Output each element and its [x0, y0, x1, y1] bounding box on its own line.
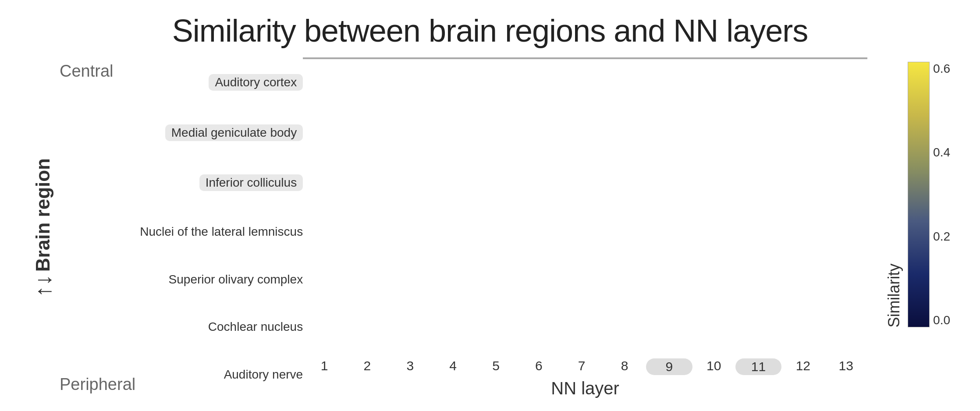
- colorbar: [908, 62, 930, 327]
- row-label-3: Nuclei of the lateral lemniscus: [140, 225, 303, 239]
- x-label-11: 12: [781, 358, 824, 375]
- left-axis-area: ↑↓ Brain region Central Peripheral Audit…: [30, 57, 303, 398]
- colorbar-tick-2: 0.4: [933, 145, 950, 159]
- x-label-12: 13: [824, 358, 867, 375]
- colorbar-wrapper: Similarity 0.60.40.20.0: [885, 62, 950, 327]
- x-label-9: 10: [692, 358, 735, 375]
- heatmap-wrapper: [303, 57, 867, 356]
- x-label-0: 1: [303, 358, 346, 375]
- row-label-6: Auditory nerve: [224, 368, 303, 382]
- x-axis-labels: 12345678910111213: [303, 356, 867, 375]
- x-label-8: 9: [646, 358, 692, 375]
- colorbar-tick-6: 0.0: [933, 313, 950, 327]
- central-peripheral-column: Central Peripheral: [60, 57, 135, 398]
- heatmap-grid: [303, 57, 867, 59]
- colorbar-ticks: 0.60.40.20.0: [930, 62, 950, 327]
- row-label-1: Medial geniculate body: [165, 124, 303, 141]
- row-label-text-6: Auditory nerve: [224, 368, 303, 382]
- colorbar-area: Similarity 0.60.40.20.0: [885, 57, 950, 398]
- x-label-7: 8: [603, 358, 646, 375]
- x-label-6: 7: [560, 358, 603, 375]
- row-label-text-2: Inferior colliculus: [199, 174, 303, 191]
- colorbar-title: Similarity: [885, 62, 903, 327]
- central-label: Central: [60, 62, 135, 81]
- colorbar-tick-0: 0.6: [933, 62, 950, 76]
- row-label-0: Auditory cortex: [209, 74, 303, 91]
- y-axis-label: ↑↓ Brain region: [30, 158, 56, 297]
- x-label-4: 5: [475, 358, 518, 375]
- row-label-text-1: Medial geniculate body: [165, 124, 303, 141]
- row-label-text-0: Auditory cortex: [209, 74, 303, 91]
- x-label-2: 3: [389, 358, 432, 375]
- x-label-5: 6: [517, 358, 560, 375]
- peripheral-label: Peripheral: [60, 375, 135, 394]
- heatmap-area: 12345678910111213 NN layer: [303, 57, 867, 398]
- row-label-text-3: Nuclei of the lateral lemniscus: [140, 225, 303, 239]
- row-label-4: Superior olivary complex: [169, 273, 303, 287]
- x-label-3: 4: [432, 358, 475, 375]
- x-label-10: 11: [735, 358, 782, 375]
- chart-title: Similarity between brain regions and NN …: [172, 13, 808, 49]
- row-labels: Auditory cortexMedial geniculate bodyInf…: [140, 57, 303, 398]
- row-label-5: Cochlear nucleus: [208, 320, 303, 334]
- chart-container: Similarity between brain regions and NN …: [30, 13, 950, 398]
- row-label-2: Inferior colliculus: [199, 174, 303, 191]
- row-label-text-5: Cochlear nucleus: [208, 320, 303, 334]
- colorbar-tick-4: 0.2: [933, 230, 950, 244]
- x-label-1: 2: [346, 358, 389, 375]
- chart-body: ↑↓ Brain region Central Peripheral Audit…: [30, 57, 950, 398]
- x-axis-title: NN layer: [303, 379, 867, 398]
- row-label-text-4: Superior olivary complex: [169, 273, 303, 287]
